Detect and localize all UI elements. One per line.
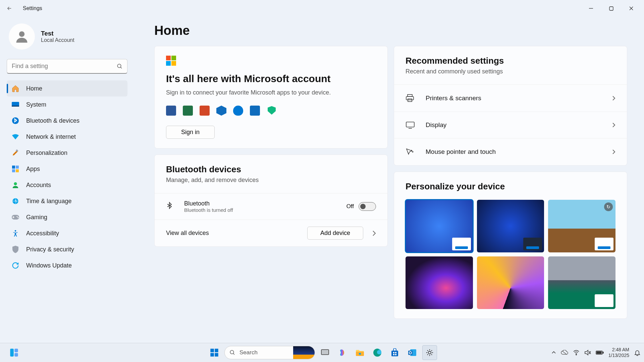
store-icon [390, 348, 399, 357]
rec-printers[interactable]: Printers & scanners [394, 84, 627, 112]
chevron-right-icon [612, 122, 615, 128]
store-button[interactable] [387, 345, 402, 360]
back-button[interactable] [3, 2, 16, 15]
display-icon [406, 121, 416, 129]
svg-point-21 [15, 230, 16, 232]
svg-rect-23 [406, 97, 414, 100]
task-view-button[interactable] [318, 345, 332, 360]
theme-6[interactable] [548, 256, 615, 309]
svg-rect-27 [10, 349, 13, 356]
add-device-button[interactable]: Add device [307, 227, 363, 240]
maximize-icon [609, 6, 613, 11]
svg-line-35 [233, 353, 234, 355]
svg-rect-25 [406, 122, 414, 127]
theme-2[interactable] [477, 200, 544, 252]
bt-toggle-state: Off [346, 203, 354, 210]
chevron-right-icon [612, 96, 615, 101]
outlook-button[interactable] [405, 345, 420, 360]
window-title: Settings [23, 5, 42, 11]
view-all-devices-link[interactable]: View all devices [166, 230, 209, 237]
windows-start-icon [210, 348, 219, 357]
nav-accessibility[interactable]: Accessibility [7, 225, 127, 241]
minimize-button[interactable] [581, 2, 601, 15]
bt-card-sub: Manage, add, and remove devices [166, 177, 376, 184]
svg-rect-33 [215, 353, 218, 357]
shield-icon [11, 245, 19, 253]
notifications-tray-icon[interactable] [634, 349, 641, 356]
system-icon [11, 101, 19, 109]
search-input[interactable] [7, 59, 127, 74]
edge-button[interactable] [370, 345, 385, 360]
ms-card-sub: Sign in to connect your favorite Microso… [166, 89, 376, 96]
nav-system[interactable]: System [7, 97, 127, 113]
microsoft-account-card: It's all here with Microsoft account Sig… [154, 46, 388, 148]
svg-rect-14 [16, 169, 19, 172]
close-button[interactable] [621, 2, 641, 15]
excel-icon [183, 106, 193, 116]
rec-title: Recommended settings [406, 56, 615, 66]
wifi-tray-icon[interactable] [573, 350, 580, 355]
settings-taskbar-button[interactable] [422, 345, 437, 360]
page-title: Home [154, 23, 627, 38]
nav-personalization[interactable]: Personalization [7, 145, 127, 161]
personalize-card: Personalize your device ↻ [394, 172, 627, 319]
microsoft-logo-icon [166, 56, 176, 66]
nav-network[interactable]: Network & internet [7, 129, 127, 145]
search-icon [117, 63, 123, 69]
volume-tray-icon[interactable] [584, 350, 591, 356]
ms-card-title: It's all here with Microsoft account [166, 73, 376, 84]
theme-5[interactable] [477, 256, 544, 309]
tray-clock[interactable]: 2:48 AM 1/13/2025 [608, 347, 629, 358]
theme-4[interactable] [406, 256, 473, 309]
back-arrow-icon [6, 5, 12, 11]
bt-footer-row: View all devices Add device [155, 220, 387, 246]
sign-in-button[interactable]: Sign in [166, 126, 215, 139]
copilot-icon [338, 348, 347, 357]
svg-rect-47 [408, 351, 413, 355]
nav-bluetooth[interactable]: Bluetooth & devices [7, 113, 127, 129]
profile-block[interactable]: Test Local Account [9, 23, 127, 50]
copilot-button[interactable] [335, 345, 350, 360]
nav-list: Home System Bluetooth & devices Network … [7, 80, 127, 274]
mouse-pointer-icon [406, 148, 416, 156]
nav-label: Gaming [26, 214, 47, 221]
theme-3[interactable]: ↻ [548, 200, 615, 252]
tray-date: 1/13/2025 [608, 353, 629, 358]
nav-accounts[interactable]: Accounts [7, 177, 127, 193]
rec-label: Display [426, 121, 446, 129]
account-icon [11, 181, 19, 189]
nav-label: Accounts [26, 182, 51, 189]
maximize-button[interactable] [601, 2, 621, 15]
person-icon [14, 29, 29, 44]
start-button[interactable] [207, 345, 222, 360]
chevron-right-icon[interactable] [372, 230, 376, 236]
rec-mouse[interactable]: Mouse pointer and touch [394, 138, 627, 165]
tray-chevron-up-icon[interactable] [551, 351, 556, 354]
nav-home[interactable]: Home [7, 80, 127, 97]
svg-point-5 [117, 64, 121, 68]
widgets-button[interactable] [7, 345, 21, 360]
brush-icon [11, 149, 19, 157]
battery-tray-icon[interactable] [596, 350, 604, 355]
search-box[interactable] [7, 59, 127, 74]
svg-rect-30 [210, 349, 214, 352]
nav-gaming[interactable]: Gaming [7, 209, 127, 225]
nav-privacy[interactable]: Privacy & security [7, 241, 127, 257]
onedrive-icon [233, 106, 243, 116]
family-icon [267, 106, 277, 116]
nav-update[interactable]: Windows Update [7, 257, 127, 274]
nav-time[interactable]: Time & language [7, 193, 127, 209]
rec-display[interactable]: Display [394, 112, 627, 138]
bluetooth-toggle[interactable] [359, 202, 376, 211]
folder-icon [355, 349, 365, 357]
onedrive-tray-icon[interactable] [561, 350, 568, 355]
taskbar-search[interactable]: Search [224, 346, 315, 359]
nav-label: Windows Update [26, 262, 72, 269]
search-scenery-icon [293, 346, 315, 359]
svg-rect-11 [12, 166, 15, 169]
explorer-button[interactable] [353, 345, 367, 360]
svg-rect-8 [12, 106, 19, 107]
theme-1[interactable] [406, 200, 473, 252]
nav-apps[interactable]: Apps [7, 161, 127, 177]
svg-rect-1 [609, 7, 613, 10]
